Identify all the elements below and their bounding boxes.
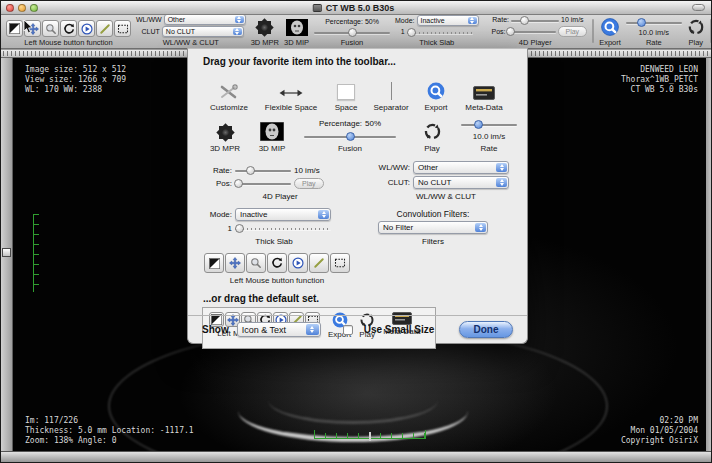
roi-tool-button[interactable] — [330, 253, 350, 273]
pos-label: Pos: — [204, 178, 232, 189]
flexible-space-icon — [278, 86, 304, 100]
palette-item-4dplayer[interactable]: Rate: 10 im/s Pos: Play 4D Player — [204, 165, 356, 201]
roi-tool-button[interactable] — [114, 20, 131, 37]
overlay-line: Thorax^1WB_PETCT — [621, 75, 698, 85]
4d-pos-slider[interactable] — [235, 179, 291, 188]
wlww-select[interactable]: Other — [164, 15, 246, 25]
4d-rate-slider[interactable] — [511, 16, 559, 25]
wlww-label: WL/WW — [136, 15, 162, 25]
rotate-tool-button[interactable] — [60, 20, 77, 37]
overlay-line: 02:20 PM — [621, 416, 698, 426]
filters-label: Convolution Filters: — [397, 209, 470, 219]
rate-value: 10.0 im/s — [639, 28, 669, 37]
minimize-button[interactable] — [18, 4, 26, 12]
palette-item-customize[interactable]: Customize — [200, 84, 258, 112]
toolbar-4dplayer-group: Rate: 10 im/s Pos: Play 4D Player — [484, 17, 588, 47]
palette-item-fusion[interactable]: Percentage:50% Fusion — [294, 118, 406, 153]
overlay-line: DENWEED LEON — [621, 65, 698, 75]
fusion-slider[interactable] — [304, 132, 396, 141]
palette-item-mouse-function[interactable]: Left Mouse button function — [204, 253, 350, 285]
slab-mode-select[interactable]: Inactive — [417, 15, 479, 26]
palette-item-play[interactable]: Play — [406, 122, 458, 153]
mode-label: Mode: — [204, 209, 232, 220]
cine-tool-button[interactable] — [288, 253, 308, 273]
4d-play-button[interactable]: Play — [294, 178, 324, 189]
toolbar-3dmpr[interactable]: 3D MPR — [251, 17, 279, 47]
rate-value: 10 im/s — [561, 15, 584, 25]
toolbar-export[interactable]: Export — [599, 17, 621, 47]
slab-number: 1 — [204, 223, 232, 234]
rate-label: Rate: — [204, 165, 232, 176]
use-small-size-checkbox[interactable] — [343, 325, 353, 335]
magnify-tool-button[interactable] — [42, 20, 59, 37]
4d-pos-slider[interactable] — [508, 27, 556, 36]
4d-rate-slider[interactable] — [235, 166, 291, 175]
done-button[interactable]: Done — [459, 321, 513, 338]
left-scrollbar[interactable] — [1, 58, 13, 453]
measure-tool-button[interactable] — [309, 253, 329, 273]
palette-item-filters[interactable]: Convolution Filters: No Filter Filters — [358, 209, 508, 246]
customize-tools-icon — [219, 84, 239, 100]
contrast-tool-button[interactable] — [6, 20, 23, 37]
clut-label: CLUT — [138, 27, 160, 37]
palette-item-export[interactable]: Export — [414, 82, 458, 112]
measure-tool-button[interactable] — [96, 20, 113, 37]
toolbar-3dmip[interactable]: 3D MIP — [284, 17, 309, 47]
palette-item-separator[interactable]: Separator — [368, 82, 414, 112]
palette-item-wlww-clut[interactable]: WL/WW: Other CLUT: No CLUT WL/WW & CLUT — [372, 161, 520, 201]
overlay-line: Zoom: 138% Angle: 0 — [25, 436, 194, 446]
roi-rect-icon — [117, 23, 129, 35]
slab-mode-select[interactable]: Inactive — [235, 208, 331, 221]
toolbar-play[interactable]: Play — [687, 17, 705, 47]
palette-item-thickslab[interactable]: Mode: Inactive 1 Thick Slab — [204, 208, 344, 246]
mouse-buttons — [204, 253, 350, 273]
title-bar: CT WB 5.0 B30s — [1, 1, 711, 15]
palette-item-3dmip[interactable]: 3D MIP — [250, 122, 294, 153]
cine-tool-button[interactable] — [78, 20, 95, 37]
overlay-line: Copyright OsiriX — [621, 436, 698, 446]
overlay-line: View size: 1266 x 709 — [25, 75, 126, 85]
select-arrows-icon — [496, 163, 507, 172]
magnify-tool-button[interactable] — [246, 253, 266, 273]
show-mode-select[interactable]: Icon & Text — [237, 322, 321, 337]
overlay-line: Mon 01/05/2004 — [621, 426, 698, 436]
4d-play-button[interactable]: Play — [558, 26, 588, 37]
magnify-icon — [250, 257, 262, 269]
roi-rect-icon — [334, 257, 346, 269]
wlww-label: WL/WW: — [372, 162, 410, 173]
pan-tool-button[interactable] — [225, 253, 245, 273]
palette-item-rate[interactable]: 10.0 im/s Rate — [458, 120, 520, 153]
palette-item-3dmpr[interactable]: 3D MPR — [200, 123, 250, 153]
clut-select[interactable]: No CLUT — [413, 176, 509, 189]
clut-label: CLUT: — [372, 177, 410, 188]
rotate-tool-button[interactable] — [267, 253, 287, 273]
palette-item-space[interactable]: Space — [324, 84, 368, 112]
mpr-star-icon — [258, 21, 271, 34]
select-arrows-icon — [233, 28, 242, 35]
export-quicktime-icon — [427, 82, 445, 100]
left-scrollbar-thumb[interactable] — [2, 248, 11, 257]
slab-slider[interactable] — [235, 224, 331, 233]
clut-select[interactable]: No CLUT — [162, 26, 244, 37]
slab-slider[interactable] — [407, 28, 473, 37]
filters-select[interactable]: No Filter — [378, 221, 488, 234]
toolbar-toggle-pill[interactable] — [692, 4, 705, 11]
close-button[interactable] — [6, 4, 14, 12]
rate-slider[interactable] — [626, 18, 682, 27]
toolbar-space-item — [592, 19, 594, 43]
contrast-tool-button[interactable] — [204, 253, 224, 273]
fusion-value: 50% — [365, 17, 379, 27]
palette-item-flexible-space[interactable]: Flexible Space — [258, 86, 324, 112]
palette-item-metadata[interactable]: Meta-Data — [458, 86, 510, 112]
rate-slider[interactable] — [461, 120, 517, 129]
fusion-slider[interactable] — [314, 28, 390, 37]
toolbar-caption: Left Mouse button function — [24, 38, 112, 47]
wlww-select[interactable]: Other — [413, 161, 509, 174]
zoom-button[interactable] — [30, 4, 38, 12]
cine-play-icon — [81, 23, 93, 35]
select-arrows-icon — [496, 178, 507, 187]
select-arrows-icon — [475, 223, 486, 232]
overlay-bottom-left: Im: 117/226 Thickness: 5.0 mm Location: … — [25, 416, 194, 446]
document-icon — [313, 4, 322, 12]
bottom-window-edge — [1, 451, 711, 462]
